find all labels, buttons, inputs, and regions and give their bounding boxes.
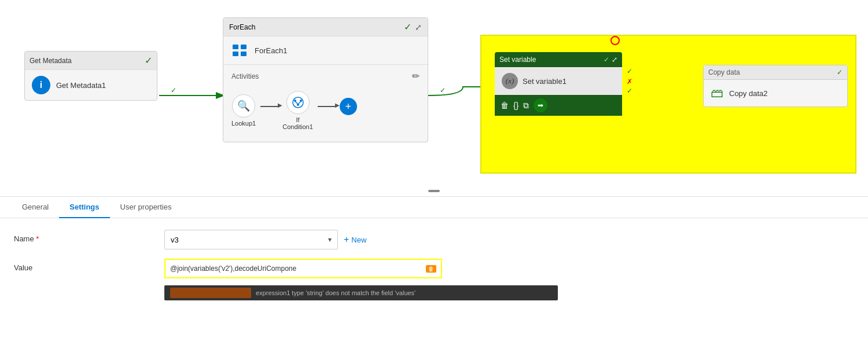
svg-rect-5 <box>241 52 247 56</box>
copy-data-icon: 🗃 <box>711 86 723 101</box>
name-control: v3 ▾ + New <box>164 230 854 249</box>
cd-body: 🗃 Copy data2 <box>704 80 847 106</box>
tab-settings[interactable]: Settings <box>59 197 109 218</box>
sv-indicator-success: ✓ <box>627 67 632 75</box>
svg-text:✓: ✓ <box>171 86 176 94</box>
set-variable-node[interactable]: Set variable ✓ ⤢ (x) Set variable1 ✓ ✗ ✓… <box>495 52 622 116</box>
condition-to-add-arrow <box>318 106 335 107</box>
value-input-text: @join(variables('v2'),decodeUriCompone <box>170 265 424 273</box>
lookup-label: Lookup1 <box>231 120 256 127</box>
condition-label: IfCondition1 <box>282 116 313 130</box>
sv-footer: 🗑 {} ⧉ ➡ <box>495 95 622 116</box>
sv-header-right: ✓ ⤢ <box>604 56 617 64</box>
name-required: * <box>36 234 39 243</box>
foreach-check-icon: ✓ <box>404 21 411 32</box>
sv-indicator-fail: ✗ <box>627 78 632 86</box>
tab-general[interactable]: General <box>12 197 59 218</box>
get-metadata-label: Get Metadata1 <box>56 81 106 90</box>
name-form-row: Name * v3 ▾ + New <box>14 230 854 249</box>
get-metadata-title: Get Metadata <box>30 57 72 65</box>
sv-title: Set variable <box>499 56 536 64</box>
sv-side-indicators: ✓ ✗ ✓ <box>627 67 632 95</box>
foreach-body: Activities ✏ 🔍 Lookup1 <box>223 65 428 142</box>
svg-rect-2 <box>233 45 238 49</box>
variable-icon: (x) <box>502 73 518 89</box>
condition-activity: IfCondition1 <box>282 91 313 130</box>
tooltip-text: expression1 type 'string' does not match… <box>256 289 415 296</box>
cd-check-icon: ✓ <box>837 68 843 76</box>
foreach-node[interactable]: ForEach ✓ ⤢ ForEach1 Activities ✏ <box>223 17 428 142</box>
sv-activity-label: Set variable1 <box>523 77 567 86</box>
cd-header: Copy data ✓ <box>704 65 847 80</box>
pipeline-canvas: ✓ ✓ Get Metadata ✓ i Get Metadata1 ForEa… <box>0 0 868 197</box>
sv-header: Set variable ✓ ⤢ <box>495 52 622 67</box>
plus-icon: + <box>344 234 349 245</box>
activities-label: Activities ✏ <box>231 71 420 82</box>
copy-data-node[interactable]: Copy data ✓ 🗃 Copy data2 <box>703 65 848 107</box>
foreach-title: ForEach <box>229 23 255 31</box>
get-metadata-check-icon: ✓ <box>145 55 152 66</box>
sv-expand-icon[interactable]: ⤢ <box>612 56 617 64</box>
red-circle-indicator <box>610 36 620 45</box>
get-metadata-node[interactable]: Get Metadata ✓ i Get Metadata1 <box>24 51 157 101</box>
info-icon: i <box>32 76 50 94</box>
value-control: @join(variables('v2'),decodeUriCompone 🗑… <box>164 259 854 300</box>
expand-icon[interactable]: ⤢ <box>415 23 422 32</box>
sv-check-icon: ✓ <box>604 56 609 64</box>
bottom-panel: General Settings User properties Name * … <box>0 197 868 321</box>
cd-label: Copy data2 <box>729 89 768 98</box>
svg-text:✓: ✓ <box>440 86 446 94</box>
tooltip-bar: expression1 type 'string' does not match… <box>164 285 558 300</box>
name-dropdown[interactable]: v3 ▾ <box>164 230 338 249</box>
get-metadata-body: i Get Metadata1 <box>25 70 157 100</box>
foreach-type-icon <box>230 41 249 60</box>
svg-point-6 <box>293 97 303 108</box>
add-activity-button[interactable]: + <box>340 98 357 115</box>
sv-go-btn[interactable]: ➡ <box>534 98 547 112</box>
panel-content: Name * v3 ▾ + New Value @join(va <box>0 218 868 321</box>
resize-handle[interactable] <box>428 190 440 192</box>
dropdown-arrow-icon: ▾ <box>328 236 332 244</box>
lookup-activity: 🔍 Lookup1 <box>231 94 256 127</box>
condition-icon <box>286 91 310 114</box>
edit-icon[interactable]: ✏ <box>412 71 420 82</box>
cd-title: Copy data <box>708 68 740 76</box>
lookup-icon: 🔍 <box>232 94 255 117</box>
new-label: New <box>351 236 366 244</box>
foreach-title-row: ForEach1 <box>223 36 428 65</box>
svg-rect-3 <box>241 45 247 49</box>
name-dropdown-value: v3 <box>171 236 179 244</box>
svg-point-9 <box>294 100 296 102</box>
foreach-name: ForEach1 <box>255 46 287 55</box>
foreach-header-icons: ✓ ⤢ <box>404 21 422 32</box>
svg-point-11 <box>297 104 299 106</box>
foreach-header: ForEach ✓ ⤢ <box>223 18 428 36</box>
name-label: Name * <box>14 230 164 243</box>
value-form-row: Value @join(variables('v2'),decodeUriCom… <box>14 259 854 300</box>
svg-rect-4 <box>233 52 238 56</box>
sv-code-btn[interactable]: {} <box>513 101 518 110</box>
tooltip-orange-block <box>170 288 251 298</box>
sv-body: (x) Set variable1 ✓ ✗ ✓ <box>495 67 622 95</box>
tab-user-properties[interactable]: User properties <box>110 197 182 218</box>
sv-delete-btn[interactable]: 🗑 <box>501 101 509 110</box>
new-button[interactable]: + New <box>344 234 366 245</box>
get-metadata-header: Get Metadata ✓ <box>25 52 157 70</box>
value-tag[interactable]: 🗑 <box>426 265 436 273</box>
svg-point-10 <box>300 100 302 102</box>
value-label: Value <box>14 259 164 272</box>
sv-indicator-complete: ✓ <box>627 87 632 95</box>
tabs-bar: General Settings User properties <box>0 197 868 218</box>
lookup-to-condition-arrow <box>260 106 278 107</box>
sv-copy-btn[interactable]: ⧉ <box>523 101 529 111</box>
activities-flow: 🔍 Lookup1 IfCo <box>231 89 420 133</box>
value-input[interactable]: @join(variables('v2'),decodeUriCompone 🗑 <box>164 259 442 278</box>
